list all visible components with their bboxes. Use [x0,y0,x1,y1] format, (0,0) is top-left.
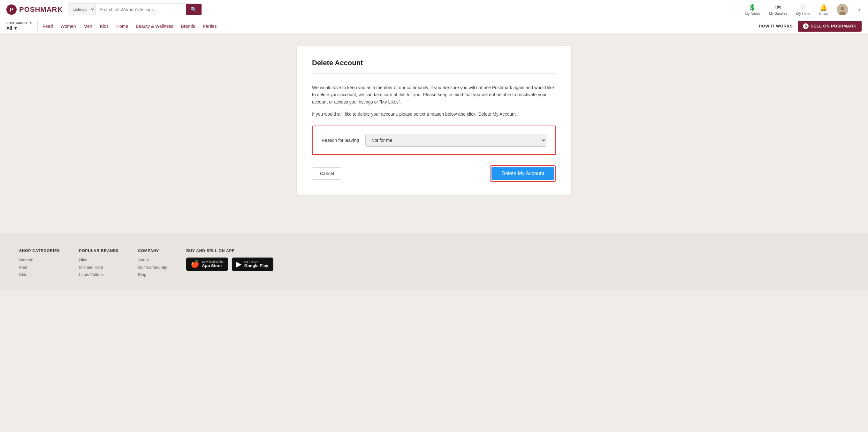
app-store-button[interactable]: 🍎 Download on the App Store [186,258,228,271]
footer-company: COMPANY About Our Community Blog [138,249,167,280]
nav-home[interactable]: Home [116,24,128,29]
avatar[interactable] [837,4,848,15]
user-dropdown-arrow[interactable]: ▼ [857,7,862,12]
header-nav: 💲 My Offers 🛍 My Bundles ♡ My Likes 🔔 Ne… [745,3,862,16]
app-store-main: App Store [202,263,223,268]
delete-account-instruction: If you would still like to delete your a… [312,111,556,118]
news-nav[interactable]: 🔔 News [819,3,828,16]
nav-parties[interactable]: Parties [203,24,217,29]
google-play-sub: GET IT ON [244,260,268,263]
shop-categories-title: SHOP CATEGORIES [19,249,60,253]
apple-icon: 🍎 [191,260,199,268]
footer: SHOP CATEGORIES Women Men Kids POPULAR B… [0,233,868,290]
my-offers-label: My Offers [745,12,760,16]
offers-icon: 💲 [748,3,756,11]
svg-point-3 [840,6,844,10]
logo-text: POSHMARK [19,5,63,14]
delete-account-description: We would love to keep you as a member of… [312,84,556,106]
footer-columns: SHOP CATEGORIES Women Men Kids POPULAR B… [19,249,849,280]
nav-women[interactable]: Women [60,24,76,29]
svg-text:P: P [10,7,13,12]
header: P POSHMARK Listings 🔍 💲 My Offers 🛍 My B… [0,0,868,19]
subnav-right: HOW IT WORKS $ SELL ON POSHMARK [759,21,862,32]
footer-link-nike[interactable]: Nike [79,258,119,262]
nav-brands[interactable]: Brands [181,24,195,29]
footer-link-michael-kors[interactable]: Michael Kors [79,265,119,270]
logo[interactable]: P POSHMARK [6,4,63,15]
nav-beauty-wellness[interactable]: Beauty & Wellness [136,24,173,29]
footer-link-women[interactable]: Women [19,258,60,262]
search-icon: 🔍 [191,7,197,12]
footer-link-our-community[interactable]: Our Community [138,265,167,270]
popular-brands-title: POPULAR BRANDS [79,249,119,253]
company-title: COMPANY [138,249,167,253]
main-content: Delete Account We would love to keep you… [290,33,578,207]
reason-for-leaving-label: Reason for leaving [321,138,359,143]
footer-link-louis-vuitton[interactable]: Louis Vuitton [79,272,119,277]
buy-sell-title: BUY AND SELL ON APP [186,249,273,253]
reason-for-leaving-select[interactable]: Not for me Found what I needed Privacy c… [365,134,547,147]
bell-icon: 🔔 [819,3,828,11]
poshmark-logo-icon: P [6,4,17,15]
footer-link-blog[interactable]: Blog [138,272,167,277]
sell-dollar-icon: $ [803,23,809,29]
my-offers-nav[interactable]: 💲 My Offers [745,3,760,16]
google-play-icon: ▶ [236,260,242,268]
delete-account-card: Delete Account We would love to keep you… [297,46,571,195]
cancel-button[interactable]: Cancel [312,167,342,179]
google-play-main: Google Play [244,263,268,268]
bundles-icon: 🛍 [775,3,781,11]
google-play-button[interactable]: ▶ GET IT ON Google Play [232,258,273,271]
posh-markets-dropdown[interactable]: POSH MARKETS All ▼ [6,21,38,31]
how-it-works-link[interactable]: HOW IT WORKS [759,24,793,28]
app-store-sub: Download on the [202,260,223,263]
delete-account-title: Delete Account [312,59,556,74]
likes-icon: ♡ [800,3,806,11]
footer-popular-brands: POPULAR BRANDS Nike Michael Kors Louis V… [79,249,119,280]
delete-button-wrapper: Delete My Account [490,165,556,182]
search-input[interactable] [95,4,186,15]
footer-link-men[interactable]: Men [19,265,60,270]
sell-on-poshmark-button[interactable]: $ SELL ON POSHMARK [798,21,862,32]
search-button[interactable]: 🔍 [186,4,202,15]
my-bundles-nav[interactable]: 🛍 My Bundles [769,3,787,15]
search-area: Listings 🔍 [68,3,202,15]
nav-feed[interactable]: Feed [43,24,53,29]
my-bundles-label: My Bundles [769,11,787,15]
sell-label: SELL ON POSHMARK [810,24,857,28]
news-label: News [819,12,828,16]
my-likes-nav[interactable]: ♡ My Likes [796,3,810,16]
card-actions: Cancel Delete My Account [312,165,556,182]
footer-shop-categories: SHOP CATEGORIES Women Men Kids [19,249,60,280]
footer-buy-sell: BUY AND SELL ON APP 🍎 Download on the Ap… [186,249,273,280]
app-buttons: 🍎 Download on the App Store ▶ GET IT ON … [186,258,273,271]
footer-link-kids[interactable]: Kids [19,272,60,277]
reason-box: Reason for leaving Not for me Found what… [312,125,556,155]
subnav-links: Feed Women Men Kids Home Beauty & Wellne… [43,24,759,29]
footer-link-about[interactable]: About [138,258,167,262]
my-likes-label: My Likes [796,12,810,16]
chevron-down-icon: ▼ [13,25,18,31]
all-markets-label: All ▼ [6,25,32,31]
subnav: POSH MARKETS All ▼ Feed Women Men Kids H… [0,19,868,33]
search-category-dropdown[interactable]: Listings [68,4,95,15]
nav-kids[interactable]: Kids [100,24,108,29]
nav-men[interactable]: Men [83,24,92,29]
delete-my-account-button[interactable]: Delete My Account [492,167,554,180]
posh-markets-label: POSH MARKETS [6,21,32,25]
